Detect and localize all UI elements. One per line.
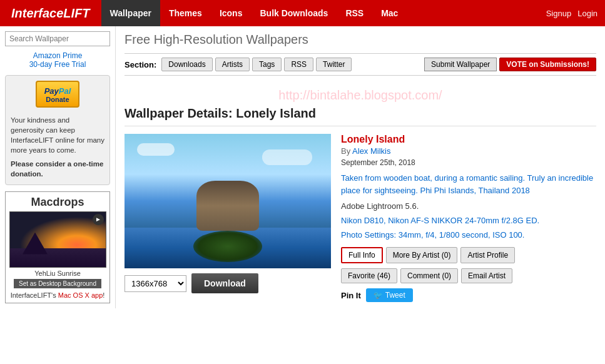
nav-themes[interactable]: Themes — [160, 0, 211, 26]
macdrops-image — [9, 211, 106, 268]
watermark: http://bintalahe.blogspot.com/ — [125, 82, 596, 106]
header-right: Signup Login — [546, 9, 605, 18]
section-bar: Section: Downloads Artists Tags RSS Twit… — [125, 53, 596, 76]
nav-mac[interactable]: Mac — [372, 0, 407, 26]
macdrops-box: Macdrops ► YehLiu Sunrise Set as Desktop… — [5, 191, 110, 303]
island-trees — [193, 231, 262, 262]
section-twitter[interactable]: Twitter — [316, 58, 352, 71]
amazon-link-line1[interactable]: Amazon Prime — [5, 51, 110, 60]
wallpaper-date: September 25th, 2018 — [341, 158, 596, 167]
paypal-text: Your kindness and generosity can keep In… — [11, 115, 104, 179]
download-button[interactable]: Download — [191, 273, 258, 293]
paypal-button[interactable]: PayPal Donate — [36, 81, 80, 108]
sidebar: Amazon Prime 30-day Free Trial PayPal Do… — [0, 26, 116, 308]
nav: Wallpaper Themes Icons Bulk Downloads RS… — [101, 0, 407, 26]
wallpaper-name: Lonely Island — [341, 134, 596, 145]
section-label: Section: — [125, 60, 156, 69]
login-link[interactable]: Login — [577, 9, 597, 18]
main-title: Free High-Resolution Wallpapers — [125, 33, 596, 47]
paypal-box: PayPal Donate Your kindness and generosi… — [5, 75, 110, 185]
email-artist-button[interactable]: Email Artist — [461, 268, 512, 283]
pin-it-label: Pin It — [341, 291, 361, 300]
section-artists[interactable]: Artists — [215, 58, 250, 71]
tweet-button[interactable]: 🐦 Tweet — [366, 288, 413, 302]
wallpaper-info: Lonely Island By Alex Milkis September 2… — [341, 134, 596, 302]
wallpaper-author: By Alex Milkis — [341, 146, 596, 156]
mac-os-x-app-link[interactable]: Mac OS X app — [58, 291, 103, 299]
amazon-link-line2[interactable]: 30-day Free Trial — [5, 60, 110, 69]
wallpaper-image-column: 1366x768 1920x1080 2560x1440 3840x2160 1… — [125, 134, 331, 302]
nav-icons[interactable]: Icons — [211, 0, 252, 26]
island-rock — [196, 181, 259, 231]
layout: Amazon Prime 30-day Free Trial PayPal Do… — [0, 26, 605, 308]
wallpaper-content: 1366x768 1920x1080 2560x1440 3840x2160 1… — [125, 134, 596, 302]
nav-wallpaper[interactable]: Wallpaper — [101, 0, 160, 26]
main-content: Free High-Resolution Wallpapers Section:… — [116, 26, 605, 308]
section-downloads[interactable]: Downloads — [161, 58, 212, 71]
mac-app-link: InterfaceLIFT's Mac OS X app! — [9, 291, 106, 299]
wallpaper-software: Adobe Lightroom 5.6. — [341, 201, 596, 211]
full-info-button[interactable]: Full Info — [341, 247, 383, 263]
resolution-select[interactable]: 1366x768 1920x1080 2560x1440 3840x2160 1… — [125, 275, 186, 292]
wallpaper-details-title: Wallpaper Details: Lonely Island — [125, 106, 596, 126]
wallpaper-description: Taken from wooden boat, during a romanti… — [341, 172, 596, 196]
section-rss[interactable]: RSS — [284, 58, 313, 71]
nav-rss[interactable]: RSS — [337, 0, 372, 26]
macdrops-name: YehLiu Sunrise — [9, 270, 106, 277]
set-desktop-button[interactable]: Set as Desktop Background — [14, 279, 101, 288]
info-buttons-row2: Favorite (46) Comment (0) Email Artist — [341, 268, 596, 283]
artist-profile-button[interactable]: Artist Profile — [460, 247, 515, 263]
twitter-bird-icon: 🐦 — [374, 291, 383, 300]
wallpaper-image — [125, 134, 331, 268]
search-input[interactable] — [5, 31, 110, 46]
section-tags[interactable]: Tags — [252, 58, 282, 71]
wallpaper-settings: Photo Settings: 34mm, f/4, 1/800 second,… — [341, 230, 596, 240]
cloud-2 — [262, 149, 312, 165]
comment-button[interactable]: Comment (0) — [400, 268, 458, 283]
pin-row: Pin It 🐦 Tweet — [341, 288, 596, 302]
vote-submissions-button[interactable]: VOTE on Submissions! — [499, 58, 596, 71]
logo[interactable]: InterfaceLIFT — [0, 6, 101, 21]
header: InterfaceLIFT Wallpaper Themes Icons Bul… — [0, 0, 605, 26]
cloud-1 — [137, 143, 175, 156]
download-row: 1366x768 1920x1080 2560x1440 3840x2160 1… — [125, 273, 331, 293]
nav-bulk-downloads[interactable]: Bulk Downloads — [251, 0, 337, 26]
submit-wallpaper-button[interactable]: Submit Wallpaper — [424, 58, 497, 71]
wallpaper-camera: Nikon D810, Nikon AF-S NIKKOR 24-70mm f/… — [341, 216, 596, 225]
macdrops-title: Macdrops — [9, 196, 106, 209]
amazon-box: Amazon Prime 30-day Free Trial — [5, 51, 110, 69]
signup-link[interactable]: Signup — [546, 9, 571, 18]
info-buttons-row1: Full Info More By Artist (0) Artist Prof… — [341, 247, 596, 263]
more-by-artist-button[interactable]: More By Artist (0) — [386, 247, 458, 263]
favorite-button[interactable]: Favorite (46) — [341, 268, 397, 283]
macdrops-next-icon[interactable]: ► — [93, 214, 104, 225]
